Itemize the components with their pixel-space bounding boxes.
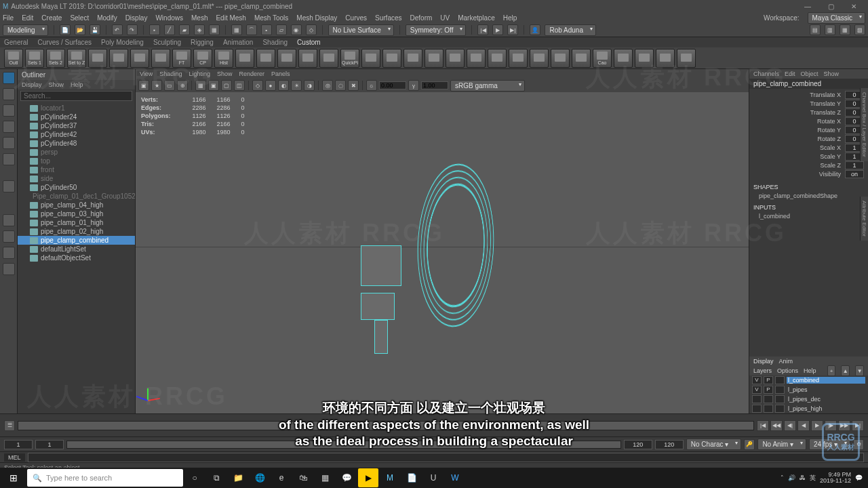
range-start-inner[interactable]: 1 — [35, 440, 64, 449]
cb-input-name[interactable]: l_combined — [749, 212, 868, 220]
vp-gamma-icon[interactable]: γ — [408, 80, 419, 91]
shelf-button-2[interactable]: Sets 2 — [46, 49, 65, 68]
minimize-button[interactable]: — — [796, 3, 819, 10]
layer-up-icon[interactable]: ▲ — [841, 365, 850, 376]
shelf-button-4[interactable] — [88, 49, 107, 68]
vp-menu-shading[interactable]: Shading — [159, 70, 182, 77]
taskbar-app-zip[interactable]: ▦ — [315, 468, 335, 487]
shelf-button-29[interactable] — [614, 49, 633, 68]
select-face-icon[interactable]: ▰ — [179, 24, 190, 35]
shelf-button-19[interactable] — [403, 49, 422, 68]
shelf-button-11[interactable] — [235, 49, 254, 68]
taskbar-app-chrome[interactable]: 🌐 — [250, 468, 270, 487]
play-fwd-icon[interactable]: ▶ — [811, 420, 823, 431]
shelf-button-6[interactable] — [130, 49, 149, 68]
menu-uv[interactable]: UV — [440, 14, 450, 22]
system-tray[interactable]: ˄ 🔊 🖧 英 9:49 PM 2019-11-12 💬 — [781, 472, 867, 484]
outliner-menu-help[interactable]: Help — [71, 81, 83, 88]
shelf-button-31[interactable] — [656, 49, 675, 68]
taskbar-app-edge[interactable]: e — [271, 468, 292, 487]
taskbar-app-wechat[interactable]: 💬 — [336, 468, 357, 487]
layer-color-swatch[interactable] — [775, 386, 785, 394]
character-dropdown[interactable]: No Charac ▾ — [686, 439, 742, 450]
shelf-button-12[interactable] — [256, 49, 275, 68]
outliner-item[interactable]: persp — [18, 148, 135, 157]
layer-vis-toggle[interactable]: V — [752, 376, 762, 384]
menu-edit-mesh[interactable]: Edit Mesh — [216, 14, 245, 22]
layout-outliner-icon[interactable] — [3, 263, 15, 275]
select-vertex-icon[interactable]: ▪ — [149, 24, 160, 35]
shelf-tab-curves[interactable]: Curves / Surfaces — [38, 39, 92, 46]
menu-curves[interactable]: Curves — [345, 14, 367, 22]
snap-plane-icon[interactable]: ▱ — [276, 24, 287, 35]
workspace-dropdown[interactable]: Maya Classic — [808, 12, 865, 24]
outliner-item[interactable]: pCylinder48 — [18, 139, 135, 148]
vp-isolate-icon[interactable]: ◎ — [322, 80, 333, 91]
layer-playback-toggle[interactable]: P — [764, 386, 773, 394]
rotate-tool-icon[interactable] — [3, 137, 15, 149]
shelf-button-5[interactable] — [109, 49, 128, 68]
layer-playback-toggle[interactable]: P — [764, 376, 773, 384]
playback-play-icon[interactable]: ▶ — [492, 24, 503, 35]
playback-prev-icon[interactable]: |◀ — [477, 24, 488, 35]
vp-menu-panels[interactable]: Panels — [271, 70, 290, 77]
shelf-button-30[interactable] — [635, 49, 654, 68]
taskbar-search[interactable]: 🔍 Type here to search — [27, 469, 183, 487]
range-track[interactable] — [66, 441, 621, 449]
task-view-icon[interactable]: ⧉ — [206, 468, 226, 487]
menu-mesh-tools[interactable]: Mesh Tools — [254, 14, 288, 22]
outliner-item[interactable]: pipe_clamp_04_high — [18, 201, 135, 209]
cb-attr-value[interactable]: 1 — [845, 161, 864, 169]
live-surface-dropdown[interactable]: No Live Surface — [328, 24, 394, 36]
move-tool-icon[interactable] — [3, 121, 15, 133]
taskbar-app-ue4[interactable]: U — [423, 468, 443, 487]
vp-xray-icon[interactable]: ◌ — [335, 80, 346, 91]
shelf-button-14[interactable] — [298, 49, 317, 68]
vp-select-camera-icon[interactable]: ▣ — [138, 80, 149, 91]
menu-file[interactable]: File — [3, 14, 14, 22]
vp-exposure-icon[interactable]: ☼ — [366, 80, 377, 91]
vp-wireframe-icon[interactable]: ◇ — [252, 80, 263, 91]
snap-view-icon[interactable]: ◇ — [306, 24, 317, 35]
vp-menu-view[interactable]: View — [140, 70, 153, 77]
outliner-item[interactable]: defaultLightSet — [18, 245, 135, 253]
vp-exposure-input[interactable] — [379, 81, 406, 89]
frame-back-icon[interactable]: ◀| — [784, 420, 796, 431]
outliner-item[interactable]: side — [18, 174, 135, 183]
go-end-icon[interactable]: ▶| — [852, 420, 864, 431]
layer-row[interactable]: VPl_combined — [749, 375, 868, 385]
menu-create[interactable]: Create — [41, 14, 62, 22]
cmdline-input[interactable] — [28, 453, 864, 462]
range-end-outer[interactable]: 120 — [655, 440, 684, 449]
user-icon[interactable]: 👤 — [530, 24, 540, 35]
snap-point-icon[interactable]: • — [261, 24, 272, 35]
vp-gamma-input[interactable] — [421, 81, 448, 89]
taskbar-app-explorer[interactable]: 📁 — [228, 468, 248, 487]
outliner-search-input[interactable] — [20, 91, 132, 101]
vp-menu-renderer[interactable]: Renderer — [239, 70, 264, 77]
shelf-button-21[interactable] — [446, 49, 465, 68]
cb-tab-object[interactable]: Object — [801, 70, 818, 77]
vp-res-gate-icon[interactable]: ▢ — [221, 80, 232, 91]
outliner-item[interactable]: pCylinder42 — [18, 130, 135, 139]
menu-deform[interactable]: Deform — [410, 14, 433, 22]
shelf-tab-shading[interactable]: Shading — [262, 39, 288, 46]
vp-shadows-icon[interactable]: ◑ — [304, 80, 315, 91]
shelf-button-8[interactable]: FT — [172, 49, 191, 68]
shelf-button-17[interactable] — [361, 49, 380, 68]
outliner-item[interactable]: top — [18, 157, 135, 165]
outliner-item[interactable]: pipe_clamp_01_high — [18, 218, 135, 227]
autokey-icon[interactable]: 🔑 — [744, 439, 755, 450]
taskbar-app-word[interactable]: W — [445, 468, 465, 487]
layer-menu-help[interactable]: Help — [804, 367, 816, 374]
layout-single-icon[interactable] — [3, 214, 15, 226]
menu-help[interactable]: Help — [503, 14, 517, 22]
mode-dropdown[interactable]: Modeling — [3, 24, 48, 36]
shelf-button-13[interactable] — [277, 49, 296, 68]
shelf-tab-anim[interactable]: Animation — [223, 39, 253, 46]
layer-playback-toggle[interactable] — [764, 405, 773, 413]
frame-fwd-icon[interactable]: |▶ — [825, 420, 837, 431]
close-button[interactable]: ✕ — [842, 3, 865, 10]
new-scene-icon[interactable]: 📄 — [60, 24, 71, 35]
taskbar-app-potplayer[interactable]: ▶ — [358, 468, 378, 487]
